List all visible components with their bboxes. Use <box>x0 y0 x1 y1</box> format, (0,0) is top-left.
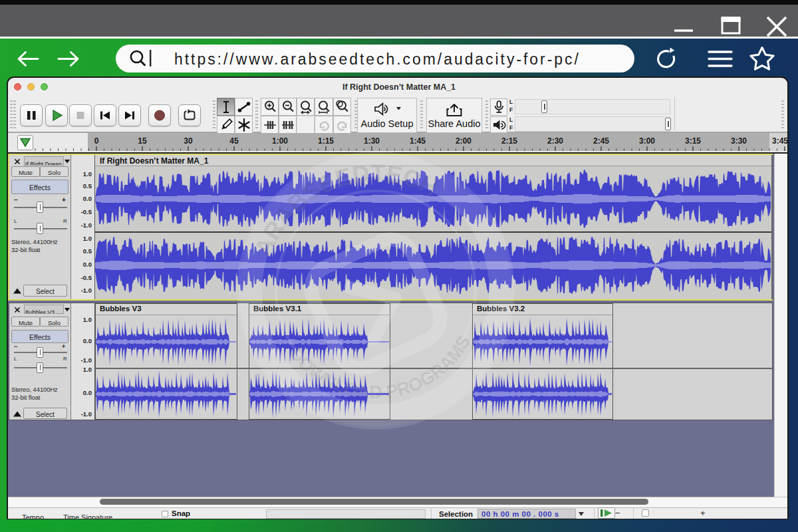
svg-text:Share Audio: Share Audio <box>428 118 480 129</box>
svg-text:Audio Setup: Audio Setup <box>360 118 413 129</box>
